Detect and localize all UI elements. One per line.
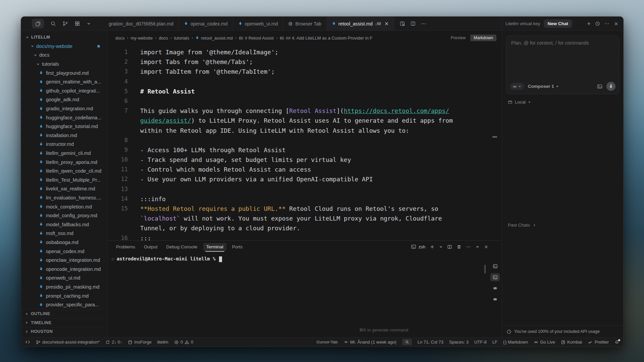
terminal-tab-ports[interactable]: Ports (232, 243, 243, 251)
terminal-dropdown-icon[interactable] (439, 245, 443, 249)
folder-docs-my-website[interactable]: docs/my-website (21, 42, 107, 51)
tree-item[interactable]: google_adk.md (21, 95, 107, 104)
add-chat-icon[interactable]: + (587, 20, 591, 27)
tree-item[interactable]: litellm_Test_Multiple_Pr... (21, 176, 107, 185)
source-control-icon[interactable] (62, 21, 68, 26)
tab-browser[interactable]: Browser Tab (283, 17, 327, 31)
breadcrumb-item[interactable]: docs (115, 36, 124, 41)
close-icon[interactable]: ✕ (384, 21, 389, 27)
explorer-root-litellm[interactable]: LITELLM (21, 33, 107, 42)
search-status-button[interactable] (402, 339, 412, 345)
preview-label[interactable]: Preview (451, 36, 466, 40)
encoding[interactable]: UTF-8 (474, 340, 487, 345)
extensions-icon[interactable] (74, 21, 80, 26)
chevron-down-icon[interactable] (87, 21, 91, 26)
attach-image-icon[interactable] (597, 83, 603, 89)
terminal-tab-debug-console[interactable]: Debug Console (166, 243, 198, 251)
tree-item[interactable]: prompt_caching.md (21, 291, 107, 300)
agent-terminal-2[interactable]: ∞ (490, 295, 500, 303)
close-panel-icon[interactable] (484, 245, 488, 249)
terminal-tab-problems[interactable]: Problems (116, 243, 135, 251)
tree-item[interactable]: mock_completion.md (21, 202, 107, 211)
tree-item[interactable]: litellm_qwen_code_cli.md (21, 167, 107, 176)
tree-item[interactable]: oobabooga.md (21, 238, 107, 247)
split-editor-icon[interactable] (410, 21, 416, 26)
maximize-panel-icon[interactable] (475, 245, 480, 249)
more-actions-icon[interactable] (421, 21, 426, 26)
section-timeline[interactable]: TIMELINE (21, 318, 107, 327)
tree-item[interactable]: openclaw_integration.md (21, 256, 107, 265)
cursor-position[interactable]: Ln 71, Col 73 (418, 340, 443, 345)
more-icon[interactable] (466, 244, 471, 249)
breadcrumb-item-heading[interactable]: ## 4. Add LiteLLM as a Custom Provider i… (280, 36, 373, 41)
tree-item[interactable]: msft_sso.md (21, 229, 107, 238)
new-chat-tab[interactable]: New Chat (544, 19, 573, 28)
cursor-tab-toggle[interactable]: Cursor Tab (316, 340, 337, 345)
breadcrumb-item[interactable]: tutorials (174, 36, 190, 41)
terminal-instance-1[interactable] (490, 262, 500, 270)
more-icon[interactable] (604, 21, 609, 26)
indentation[interactable]: Spaces: 3 (449, 340, 469, 345)
explorer-view-button[interactable] (32, 19, 44, 28)
tree-item[interactable]: livekit_xai_realtime.md (21, 184, 107, 193)
environment-selector[interactable]: Local (508, 100, 623, 105)
tree-item[interactable]: instructor.md (21, 140, 107, 149)
notifications-button[interactable] (614, 340, 619, 345)
tree-item[interactable]: provider_specific_para... (21, 300, 107, 309)
tree-item[interactable]: presidio_pii_masking.md (21, 283, 107, 292)
scrollbar-marker[interactable] (492, 136, 497, 137)
tree-item[interactable]: first_playground.md (21, 68, 107, 77)
voice-input-button[interactable] (606, 82, 615, 91)
tree-item[interactable]: gemini_realtime_with_a... (21, 77, 107, 86)
project-name[interactable]: litellm (157, 340, 168, 345)
section-outline[interactable]: OUTLINE (21, 309, 107, 318)
editor[interactable]: 1 import Image from '@theme/IdealImage';… (108, 45, 502, 240)
sync-changes[interactable]: 2↓ 0↑ (105, 340, 122, 345)
go-live-button[interactable]: Go Live (534, 340, 555, 345)
git-branch[interactable]: docs/retool-assist-integration* (36, 340, 100, 345)
tree-item[interactable]: huggingface_codellama... (21, 113, 107, 122)
search-icon[interactable] (50, 21, 56, 26)
eol-sequence[interactable]: LF (492, 340, 497, 345)
agent-mode-selector[interactable]: ∞ (510, 83, 524, 90)
tree-item[interactable]: litellm_proxy_aporia.md (21, 158, 107, 167)
tab-gration-doc-plan[interactable]: gration_doc_d075fd58.plan.md (108, 17, 179, 31)
kombai-button[interactable]: Kombai (561, 340, 582, 345)
breadcrumb-item-file[interactable]: retool_assist.md (195, 36, 233, 41)
tree-item[interactable]: model_config_proxy.md (21, 211, 107, 220)
kill-terminal-icon[interactable] (457, 244, 462, 249)
language-mode[interactable]: { } Markdown (503, 340, 528, 345)
tree-item[interactable]: openai_codex.md (21, 247, 107, 256)
tree-item[interactable]: openweb_ui.md (21, 274, 107, 283)
folder-tutorials[interactable]: tutorials (21, 60, 107, 69)
terminal-body[interactable]: ○ astrodevil@Astro-Mac-mini litellm % ⌘K… (108, 253, 502, 337)
markdown-mode-button[interactable]: Markdown (470, 35, 496, 41)
git-blame[interactable]: Mr. Ånand (1 week ago) (343, 340, 396, 345)
tree-item[interactable]: lm_evaluation_harness.... (21, 193, 107, 202)
model-selector[interactable]: Composer 1 (528, 84, 559, 89)
insforge-extension[interactable]: InsForge (128, 340, 151, 345)
chat-tab-litellm-virtual-key[interactable]: Litellm virtual key (505, 21, 540, 26)
chat-input[interactable]: Plan, @ for context, / for commands ∞ Co… (506, 36, 619, 94)
tree-item[interactable]: gradio_integration.md (21, 104, 107, 113)
history-icon[interactable] (595, 21, 600, 26)
terminal-instance-2[interactable] (490, 273, 500, 281)
tab-retool-assist[interactable]: retool_assist.md ↓M ✕ (327, 17, 394, 31)
agent-terminal-1[interactable]: ∞ (490, 284, 500, 292)
tree-item[interactable]: huggingface_tutorial.md (21, 122, 107, 131)
remote-indicator[interactable] (25, 340, 30, 345)
terminal-tabs-scrollbar[interactable] (484, 265, 486, 274)
folder-docs[interactable]: docs (21, 51, 107, 60)
tree-item[interactable]: model_fallbacks.md (21, 220, 107, 229)
tree-item[interactable]: installation.md (21, 131, 107, 140)
split-editor-search-icon[interactable] (399, 21, 405, 26)
new-terminal-icon[interactable] (430, 244, 435, 249)
terminal-tab-terminal[interactable]: Terminal (203, 243, 226, 251)
close-panel-icon[interactable] (614, 21, 619, 26)
breadcrumb-item[interactable]: my-website (130, 36, 153, 41)
section-houston[interactable]: HOUSTON (21, 327, 107, 336)
breadcrumb-item[interactable]: docs (159, 36, 168, 41)
breadcrumb-item-heading[interactable]: # Retool Assist (239, 36, 274, 41)
shell-name[interactable]: zsh (419, 244, 425, 249)
terminal-tab-output[interactable]: Output (144, 243, 158, 251)
